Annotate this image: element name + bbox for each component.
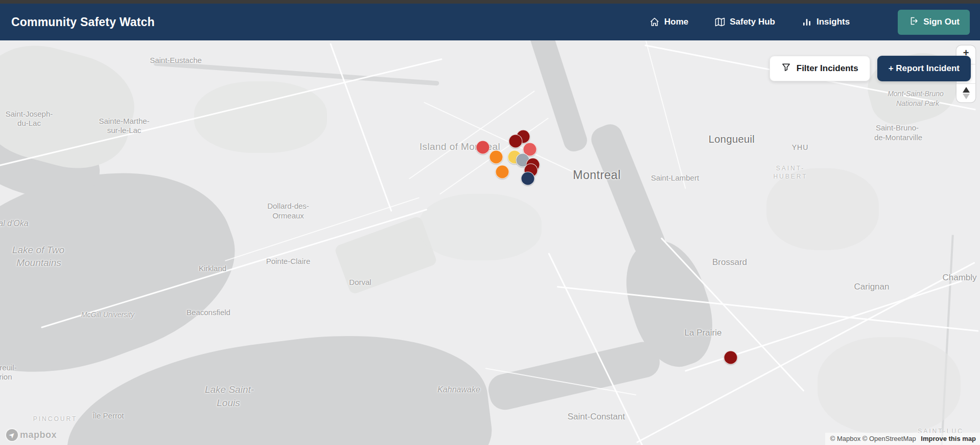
- map-label: reuil-: [0, 363, 17, 372]
- attribution-credits[interactable]: © Mapbox © OpenStreetMap: [830, 435, 916, 442]
- map-label: Saint-Lambert: [651, 173, 699, 182]
- app-header: Community Safety Watch Home Safety Hub: [0, 4, 980, 40]
- highway-road: [330, 43, 392, 212]
- compass-icon: [963, 87, 970, 99]
- map-label: Saint-Bruno-: [876, 123, 919, 132]
- compass-button[interactable]: [956, 83, 975, 102]
- sign-out-icon: [908, 16, 918, 29]
- home-icon: [649, 17, 660, 27]
- nav-safety-hub-label: Safety Hub: [730, 17, 775, 27]
- map-label: sur-le-Lac: [107, 126, 142, 135]
- map-label: de-Montarville: [874, 133, 922, 142]
- map-label: du-Lac: [17, 119, 41, 127]
- terrain-patch: [419, 194, 542, 260]
- map-label: nal d'Oka: [0, 219, 29, 228]
- map-label: Kahnawake: [437, 385, 480, 394]
- filter-incidents-label: Filter Incidents: [797, 63, 858, 74]
- incident-map[interactable]: Saint-EustacheSaint-Joseph-du-LacSainte-…: [0, 40, 980, 445]
- incident-marker[interactable]: [724, 351, 738, 365]
- mapbox-wordmark: mapbox: [20, 430, 57, 440]
- report-incident-button[interactable]: + Report Incident: [877, 56, 971, 81]
- terrain-patch: [818, 337, 961, 434]
- sign-out-button[interactable]: Sign Out: [898, 10, 970, 35]
- map-label: Lake of Two: [12, 244, 64, 256]
- map-actions: Filter Incidents + Report Incident: [769, 56, 971, 81]
- map-label: Chambly: [942, 273, 976, 283]
- river-north-water: [526, 40, 590, 154]
- map-label: Saint-Joseph-: [6, 109, 53, 118]
- nav-home[interactable]: Home: [649, 17, 688, 27]
- map-label: rion: [0, 372, 12, 381]
- map-label: Longueuil: [709, 134, 755, 145]
- map-label: Mont-Saint-Bruno: [888, 90, 944, 98]
- map-label: Ormeaux: [272, 211, 304, 220]
- map-label: Dollard-des-: [267, 202, 309, 210]
- map-attribution: © Mapbox © OpenStreetMap Improve this ma…: [825, 433, 980, 445]
- riviere-des-prairies-water: [153, 61, 439, 85]
- sign-out-label: Sign Out: [923, 17, 960, 27]
- nav-insights[interactable]: Insights: [802, 17, 850, 27]
- mapbox-logo[interactable]: ➤ mapbox: [6, 429, 57, 441]
- map-label: Beaconsfield: [186, 308, 230, 317]
- mapbox-pin-icon: ➤: [6, 429, 18, 441]
- map-label: Saint-Eustache: [150, 56, 202, 64]
- incident-marker[interactable]: [489, 150, 503, 164]
- map-label: Kirkland: [199, 264, 226, 273]
- map-label: La Prairie: [685, 328, 722, 338]
- map-icon: [715, 17, 725, 27]
- map-label: Pointe-Claire: [266, 257, 311, 265]
- incident-marker[interactable]: [476, 141, 490, 154]
- street-road: [645, 40, 686, 189]
- terrain-patch: [766, 168, 879, 250]
- map-label: PINCOURT: [33, 415, 77, 422]
- map-label: Dorval: [349, 278, 371, 286]
- map-label: YHU: [792, 143, 809, 151]
- app-title: Community Safety Watch: [11, 15, 155, 29]
- improve-map-link[interactable]: Improve this map: [921, 435, 976, 442]
- report-incident-label: + Report Incident: [889, 63, 960, 73]
- browser-chrome-strip: [0, 0, 980, 4]
- map-label: McGill University: [81, 310, 134, 319]
- bar-chart-icon: [802, 17, 812, 27]
- incident-marker[interactable]: [521, 172, 535, 186]
- nav-insights-label: Insights: [816, 17, 850, 27]
- map-label: Saint-Constant: [568, 412, 625, 422]
- map-label: Louis: [217, 397, 240, 409]
- map-label: Carignan: [854, 282, 890, 292]
- lachine-rapids-water: [485, 339, 663, 413]
- filter-incidents-button[interactable]: Filter Incidents: [769, 56, 870, 81]
- nav-safety-hub[interactable]: Safety Hub: [715, 17, 775, 27]
- nav-home-label: Home: [664, 17, 688, 27]
- map-label: Lake Saint-: [205, 384, 254, 395]
- map-label: Mountains: [16, 257, 61, 269]
- map-label: HUBERT: [773, 173, 807, 180]
- main-nav: Home Safety Hub Insights: [649, 10, 970, 35]
- map-label: National Park: [896, 99, 939, 107]
- map-label: Île Perrot: [93, 411, 124, 420]
- funnel-icon: [781, 62, 791, 75]
- incident-marker[interactable]: [496, 165, 509, 179]
- map-label: Sainte-Marthe-: [99, 117, 149, 125]
- map-label: Brossard: [712, 257, 747, 268]
- st-lawrence-water: [588, 121, 669, 261]
- map-label: SAINT-: [776, 165, 805, 172]
- incident-marker[interactable]: [509, 135, 523, 148]
- map-label: Montreal: [573, 168, 620, 182]
